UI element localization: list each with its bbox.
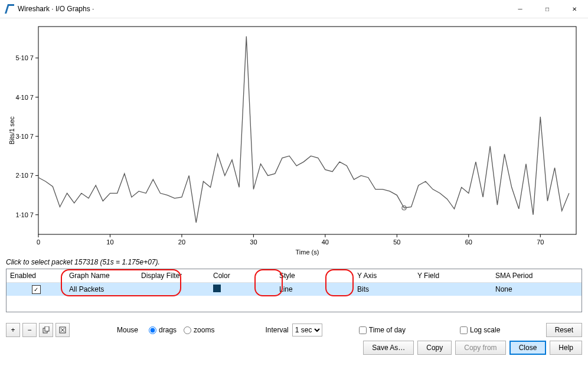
controls-row: + − Mouse drags zooms Interval 1 sec Tim… [6,323,582,337]
reset-button[interactable]: Reset [546,323,582,337]
svg-text:0: 0 [37,238,40,246]
svg-text:30: 30 [250,238,257,246]
wireshark-icon [5,4,14,14]
col-color[interactable]: Color [210,272,276,280]
log-scale-checkbox[interactable] [460,326,468,334]
svg-text:2·10 7: 2·10 7 [15,172,34,179]
log-scale-label: Log scale [470,326,500,334]
remove-graph-button[interactable]: − [22,323,37,337]
row-style[interactable]: Line [276,285,354,293]
help-button[interactable]: Help [550,341,582,355]
col-graph-name[interactable]: Graph Name [66,272,138,280]
mouse-drags-label: drags [159,326,177,334]
row-graph-name[interactable]: All Packets [66,285,138,293]
interval-select[interactable]: 1 sec [292,324,322,336]
row-y-axis[interactable]: Bits [354,285,414,293]
col-display-filter[interactable]: Display Filter [138,272,210,280]
footer-row: Save As… Copy Copy from Close Help [6,341,582,355]
add-graph-button[interactable]: + [6,323,20,337]
copy-from-button[interactable]: Copy from [455,341,505,355]
svg-text:Bits/1 sec: Bits/1 sec [8,116,15,145]
close-button[interactable]: Close [509,341,547,355]
svg-text:50: 50 [393,238,400,246]
svg-rect-31 [45,326,49,331]
table-header: Enabled Graph Name Display Filter Color … [6,269,582,283]
mouse-zooms-radio[interactable] [184,326,191,334]
svg-text:4·10 7: 4·10 7 [15,94,34,101]
col-y-axis[interactable]: Y Axis [354,272,414,280]
close-window-button[interactable]: ✕ [561,0,588,18]
row-sma-period[interactable]: None [492,285,570,293]
title-bar: Wireshark · I/O Graphs · ─ □ ✕ [0,0,588,18]
svg-text:1·10 7: 1·10 7 [15,211,34,218]
window-buttons: ─ □ ✕ [507,0,588,18]
svg-text:20: 20 [178,238,185,246]
row-enabled-checkbox[interactable]: ✓ [32,285,41,294]
mouse-drags-radio[interactable] [149,326,156,334]
svg-rect-0 [38,27,576,234]
col-style[interactable]: Style [276,272,354,280]
window-title: Wireshark · I/O Graphs · [18,5,94,13]
svg-text:3·10 7: 3·10 7 [15,133,34,140]
chart-area[interactable]: 1·10 72·10 73·10 74·10 75·10 70102030405… [6,21,582,257]
svg-text:60: 60 [465,238,472,246]
duplicate-graph-button[interactable] [39,323,53,337]
svg-text:Time (s): Time (s) [296,249,319,256]
mouse-label: Mouse [117,326,138,334]
minimize-button[interactable]: ─ [507,0,534,18]
svg-text:70: 70 [537,238,544,246]
mouse-zooms-label: zooms [194,326,214,334]
packet-hint: Click to select packet 157318 (51s = 1.1… [6,258,582,266]
col-y-field[interactable]: Y Field [414,272,492,280]
svg-text:40: 40 [322,238,329,246]
row-color-swatch[interactable] [213,285,221,292]
svg-text:10: 10 [106,238,113,246]
graph-table[interactable]: Enabled Graph Name Display Filter Color … [6,269,582,312]
col-sma-period[interactable]: SMA Period [492,272,570,280]
clear-graphs-button[interactable] [55,323,70,337]
time-of-day-label: Time of day [369,326,406,334]
table-row[interactable]: ✓ All Packets Line Bits None [6,283,582,296]
io-graph[interactable]: 1·10 72·10 73·10 74·10 75·10 70102030405… [6,21,582,257]
maximize-button[interactable]: □ [534,0,561,18]
save-as-button[interactable]: Save As… [363,341,414,355]
svg-text:5·10 7: 5·10 7 [15,54,34,61]
time-of-day-checkbox[interactable] [359,326,367,334]
interval-label: Interval [265,326,288,334]
col-enabled[interactable]: Enabled [6,272,66,280]
copy-button[interactable]: Copy [417,341,452,355]
